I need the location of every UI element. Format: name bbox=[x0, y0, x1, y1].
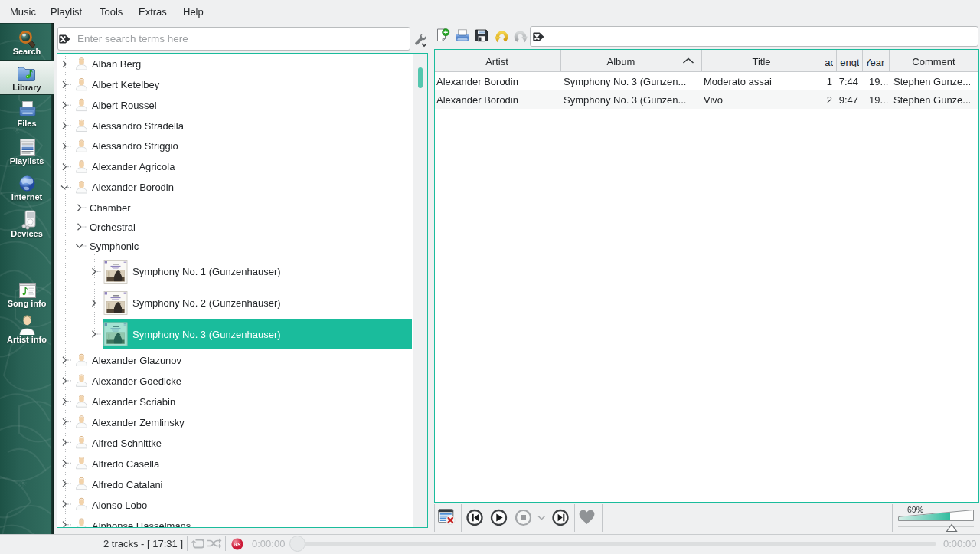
svg-text:as: as bbox=[234, 540, 241, 548]
